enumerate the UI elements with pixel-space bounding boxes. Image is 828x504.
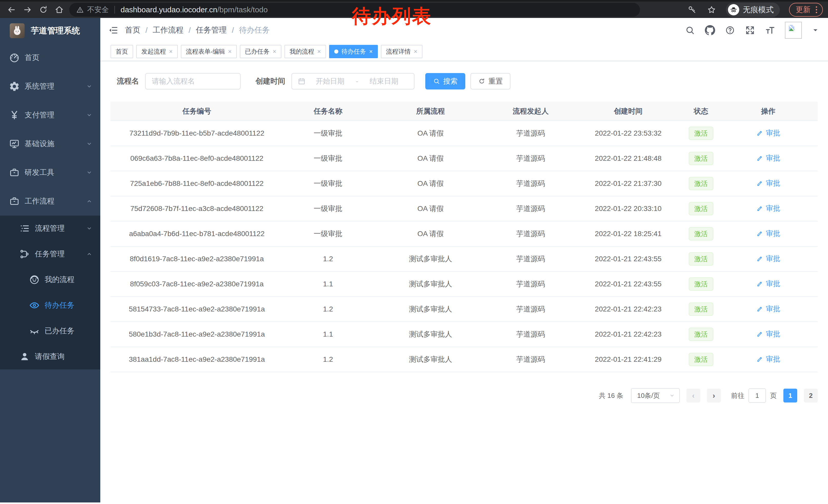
start-date-placeholder[interactable]: 开始日期: [306, 77, 354, 86]
sidebar: 芋道管理系统 首页 系统管理 支付管理: [0, 18, 100, 502]
sidebar-menu-item[interactable]: 首页: [0, 43, 100, 72]
approve-link[interactable]: 审批: [756, 329, 780, 339]
avatar-caret-down-icon[interactable]: [812, 27, 819, 34]
process-name-input[interactable]: [145, 73, 241, 89]
table-column-header: 创建时间: [573, 102, 683, 121]
cell-initiator: 芋道源码: [488, 246, 573, 272]
cell-task-name: 一级审批: [283, 146, 373, 171]
search-button[interactable]: 搜索: [425, 73, 465, 89]
cell-task-name: 一级审批: [283, 196, 373, 221]
browser-reload-button[interactable]: [35, 3, 51, 17]
sidebar-collapse-button[interactable]: [105, 22, 121, 39]
sidebar-menu-item[interactable]: 待办任务: [0, 292, 100, 318]
font-size-icon[interactable]: [765, 25, 775, 35]
menu-item-label: 研发工具: [25, 168, 54, 178]
approve-link[interactable]: 审批: [756, 279, 780, 289]
bookmark-star-button[interactable]: [706, 3, 717, 17]
total-count-label: 共 16 条: [599, 391, 623, 400]
cell-process: OA 请假: [373, 196, 488, 221]
approve-link[interactable]: 审批: [756, 178, 780, 188]
goto-page-input[interactable]: [748, 388, 766, 403]
github-icon[interactable]: [705, 25, 715, 35]
table-column-header: 操作: [719, 102, 818, 121]
browser-menu-icon[interactable]: [815, 6, 818, 14]
menu-item-icon: [19, 223, 30, 234]
calendar-icon: [297, 77, 306, 85]
cell-process: 测试多审批人: [373, 272, 488, 296]
date-range-picker[interactable]: 开始日期 - 结束日期: [291, 73, 415, 89]
fullscreen-icon[interactable]: [745, 25, 755, 35]
approve-link[interactable]: 审批: [756, 153, 780, 163]
sidebar-menu-item[interactable]: 基础设施: [0, 130, 100, 158]
tab-close-icon[interactable]: ×: [273, 48, 276, 55]
sidebar-menu-item[interactable]: 已办任务: [0, 318, 100, 344]
sidebar-menu-item[interactable]: 请假查询: [0, 344, 100, 369]
tab-close-icon[interactable]: ×: [414, 48, 417, 55]
prev-page-button[interactable]: ‹: [687, 388, 700, 403]
browser-back-button[interactable]: [4, 3, 19, 17]
cell-created-time: 2022-01-22 18:25:41: [573, 221, 683, 246]
breadcrumb-item[interactable]: 工作流程/: [153, 25, 196, 35]
breadcrumb-item[interactable]: 任务管理/: [196, 25, 239, 35]
browser-home-button[interactable]: [51, 3, 67, 17]
browser-forward-button[interactable]: [19, 3, 35, 17]
password-key-button[interactable]: [687, 3, 697, 17]
next-page-button[interactable]: ›: [707, 388, 721, 403]
page-number-button[interactable]: 1: [783, 388, 797, 403]
chevron-icon: [86, 140, 93, 147]
view-tab[interactable]: 流程详情 ×: [381, 45, 422, 58]
goto-page-group: 前往 页: [731, 388, 777, 403]
tab-close-icon[interactable]: ×: [369, 48, 373, 55]
search-icon[interactable]: [685, 25, 695, 35]
main-area: 首页/工作流程/任务管理/待办任务/ 首页: [100, 18, 828, 502]
table-column-header: 状态: [683, 102, 719, 121]
table-row: 58154733-7ac8-11ec-a9e2-a2380e71991a 1.2…: [111, 296, 818, 322]
sidebar-menu-item[interactable]: 工作流程: [0, 187, 100, 216]
view-tab[interactable]: 首页: [111, 45, 133, 58]
view-tab[interactable]: 流程表单-编辑 ×: [181, 45, 237, 58]
app-logo-row[interactable]: 芋道管理系统: [0, 18, 100, 43]
tab-label: 发起流程: [141, 47, 166, 56]
end-date-placeholder[interactable]: 结束日期: [360, 77, 408, 86]
tab-close-icon[interactable]: ×: [317, 48, 321, 55]
sidebar-menu-item[interactable]: 系统管理: [0, 72, 100, 101]
view-tab[interactable]: 我的流程 ×: [285, 45, 326, 58]
approve-link[interactable]: 审批: [756, 254, 780, 264]
approve-link[interactable]: 审批: [756, 203, 780, 213]
cell-created-time: 2022-01-22 21:48:48: [573, 146, 683, 171]
view-tab[interactable]: 发起流程 ×: [136, 45, 178, 58]
page-size-select[interactable]: 10条/页: [631, 388, 680, 403]
browser-update-button[interactable]: 更新: [789, 3, 823, 17]
approve-link[interactable]: 审批: [756, 354, 780, 364]
sidebar-menu-item[interactable]: 流程管理: [0, 216, 100, 241]
approve-link[interactable]: 审批: [756, 128, 780, 138]
sidebar-menu-item[interactable]: 研发工具: [0, 158, 100, 187]
tab-close-icon[interactable]: ×: [169, 48, 173, 55]
view-tab[interactable]: 待办任务 ×: [329, 45, 378, 58]
cell-created-time: 2022-01-21 22:42:23: [573, 322, 683, 347]
status-badge: 激活: [689, 328, 713, 341]
help-icon[interactable]: [725, 25, 735, 35]
reset-button[interactable]: 重置: [470, 73, 510, 89]
table-column-header: 任务名称: [283, 102, 373, 121]
user-avatar[interactable]: [785, 22, 802, 39]
page-number-button[interactable]: 2: [804, 388, 818, 403]
breadcrumb-item[interactable]: 待办任务/: [239, 25, 270, 35]
menu-item-icon: [9, 167, 20, 178]
cell-task-id: 580e1b3d-7ac8-11ec-a9e2-a2380e71991a: [111, 322, 283, 347]
sidebar-menu-item[interactable]: 我的流程: [0, 267, 100, 292]
sidebar-menu-item[interactable]: 支付管理: [0, 101, 100, 130]
sidebar-menu-item[interactable]: 任务管理: [0, 241, 100, 267]
cell-task-id: 8f0d1619-7ac8-11ec-a9e2-a2380e71991a: [111, 246, 283, 272]
view-tab[interactable]: 已办任务 ×: [240, 45, 281, 58]
breadcrumb-item[interactable]: 首页/: [125, 25, 153, 35]
status-badge: 激活: [689, 127, 713, 140]
screen: 不安全 dashboard.yudao.iocoder.cn/bpm/task/…: [0, 0, 828, 504]
incognito-badge: 无痕模式: [726, 3, 780, 17]
pencil-icon: [756, 305, 763, 313]
approve-link[interactable]: 审批: [756, 229, 780, 238]
cell-created-time: 2022-01-22 20:33:10: [573, 196, 683, 221]
approve-link[interactable]: 审批: [756, 304, 780, 314]
tab-close-icon[interactable]: ×: [228, 48, 232, 55]
tab-label: 待办任务: [341, 47, 366, 56]
